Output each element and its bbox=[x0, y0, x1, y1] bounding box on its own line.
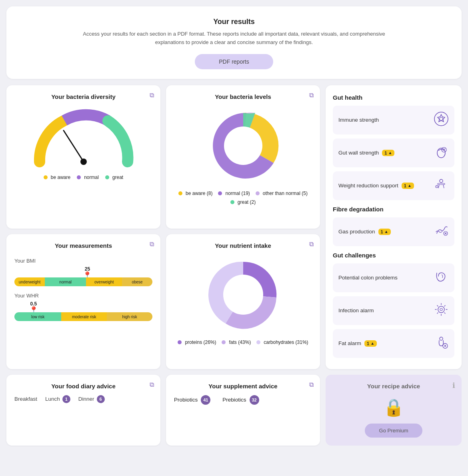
colon-problems-label: Potential colon problems bbox=[338, 275, 398, 281]
gut-wall-badge: 1 ▲ bbox=[382, 150, 394, 156]
prebiotics-label: Prebiotics bbox=[222, 397, 246, 403]
prebiotics-tab[interactable]: Prebiotics 32 bbox=[222, 395, 259, 405]
food-diary-card: Your food diary advice ⧉ Breakfast Lunch… bbox=[6, 375, 160, 446]
svg-line-0 bbox=[64, 131, 84, 162]
top-banner: Your results Access your results for eac… bbox=[6, 6, 462, 79]
bmi-label: Your BMI bbox=[14, 258, 152, 264]
gut-health-title: Gut health bbox=[333, 94, 454, 101]
svg-point-9 bbox=[436, 185, 438, 188]
weight-reduction-item[interactable]: Weight reduction support 1 ▲ bbox=[333, 171, 454, 200]
fat-alarm-icon bbox=[434, 335, 449, 352]
gauge-legend-normal: normal bbox=[84, 175, 99, 180]
bmi-overweight: overweight bbox=[86, 277, 122, 286]
nutrient-intake-card: Your nutrient intake ⧉ proteins (26%) fa… bbox=[166, 234, 320, 369]
immune-strength-icon bbox=[434, 111, 449, 129]
fibre-degradation-title: Fibre degradation bbox=[333, 206, 454, 213]
prebiotics-badge: 32 bbox=[250, 395, 259, 405]
whr-low-risk: low risk bbox=[14, 312, 61, 321]
dinner-badge: 6 bbox=[97, 395, 105, 403]
infection-alarm-item[interactable]: Infection alarm bbox=[333, 296, 454, 325]
whr-bar: low risk moderate risk high risk bbox=[14, 312, 152, 321]
fat-alarm-badge: 1 ▲ bbox=[364, 340, 377, 347]
supplement-title: Your supplement advice bbox=[174, 383, 312, 390]
weight-reduction-icon bbox=[434, 177, 449, 195]
immune-strength-item[interactable]: Immune strength bbox=[333, 106, 454, 135]
svg-point-1 bbox=[80, 159, 87, 165]
gauge-legend: be aware normal great bbox=[44, 175, 123, 180]
bacteria-donut-chart: be aware (8) normal (19) other than norm… bbox=[174, 106, 312, 205]
expand-supplement-icon[interactable]: ⧉ bbox=[309, 381, 314, 388]
measurements-title: Your measurements bbox=[14, 242, 152, 249]
expand-food-diary-icon[interactable]: ⧉ bbox=[150, 381, 154, 388]
expand-measurements-icon[interactable]: ⧉ bbox=[150, 241, 154, 248]
measurements-card: Your measurements ⧉ Your BMI 25 📍 underw… bbox=[6, 234, 160, 369]
svg-point-23 bbox=[223, 275, 263, 315]
supplement-card: Your supplement advice ⧉ Probiotics 41 P… bbox=[166, 375, 320, 446]
bacteria-diversity-title: Your bacteria diversity bbox=[14, 93, 152, 100]
gauge-chart: be aware normal great bbox=[14, 106, 152, 184]
colon-icon bbox=[434, 269, 449, 287]
fat-alarm-label: Fat alarm bbox=[338, 340, 361, 346]
svg-point-7 bbox=[440, 179, 443, 183]
gut-wall-strength-label: Gut wall strength bbox=[338, 150, 379, 156]
supplement-tabs: Probiotics 41 Prebiotics 32 bbox=[174, 395, 312, 405]
bacteria-levels-title: Your bacteria levels bbox=[174, 93, 312, 100]
svg-point-20 bbox=[440, 308, 442, 311]
results-description: Access your results for each section in … bbox=[78, 30, 390, 47]
gut-wall-strength-item[interactable]: Gut wall strength 1 ▲ bbox=[333, 139, 454, 167]
svg-point-4 bbox=[440, 117, 443, 121]
breakfast-tab[interactable]: Breakfast bbox=[14, 395, 37, 403]
gut-challenges-title: Gut challenges bbox=[333, 252, 454, 259]
gut-health-sidebar: Gut health Immune strength Gut wall s bbox=[326, 85, 462, 369]
svg-line-19 bbox=[437, 313, 438, 313]
svg-rect-8 bbox=[438, 183, 445, 185]
go-premium-button[interactable]: Go Premium bbox=[365, 424, 423, 438]
gas-production-item[interactable]: Gas production 1 ▲ bbox=[333, 217, 454, 246]
svg-line-17 bbox=[444, 313, 445, 313]
bacteria-diversity-card: Your bacteria diversity ⧉ be aware norma… bbox=[6, 85, 160, 229]
gas-production-label: Gas production bbox=[338, 229, 375, 235]
bmi-obese: obese bbox=[122, 277, 152, 286]
svg-line-16 bbox=[437, 305, 438, 306]
pdf-reports-button[interactable]: PDF reports bbox=[195, 54, 273, 69]
whr-value: 0.5 bbox=[30, 301, 37, 307]
bacteria-levels-card: Your bacteria levels ⧉ be awa bbox=[166, 85, 320, 229]
dinner-label: Dinner bbox=[78, 396, 94, 402]
lunch-label: Lunch bbox=[45, 396, 60, 402]
expand-nutrient-icon[interactable]: ⧉ bbox=[309, 241, 314, 248]
infection-alarm-label: Infection alarm bbox=[338, 307, 374, 313]
gas-production-badge: 1 ▲ bbox=[378, 229, 391, 235]
gut-wall-icon bbox=[434, 144, 449, 162]
svg-point-2 bbox=[224, 127, 262, 165]
fat-alarm-item[interactable]: Fat alarm 1 ▲ bbox=[333, 329, 454, 358]
expand-levels-icon[interactable]: ⧉ bbox=[309, 92, 314, 99]
expand-diversity-icon[interactable]: ⧉ bbox=[150, 92, 154, 99]
lunch-tab[interactable]: Lunch 1 bbox=[45, 395, 70, 403]
colon-problems-item[interactable]: Potential colon problems bbox=[333, 263, 454, 292]
bmi-value: 25 bbox=[85, 266, 90, 272]
food-diary-title: Your food diary advice bbox=[14, 383, 152, 390]
gas-production-icon bbox=[434, 223, 449, 241]
nutrient-legend: proteins (26%) fats (43%) carbohydrates … bbox=[178, 339, 308, 345]
weight-reduction-label: Weight reduction support bbox=[338, 183, 398, 189]
gauge-legend-great: great bbox=[112, 175, 123, 180]
svg-point-11 bbox=[438, 306, 444, 313]
bmi-underweight: underweight bbox=[14, 277, 45, 286]
nutrient-intake-title: Your nutrient intake bbox=[174, 242, 312, 249]
bmi-bar: underweight normal overweight obese bbox=[14, 277, 152, 286]
probiotics-badge: 41 bbox=[201, 395, 210, 405]
breakfast-label: Breakfast bbox=[14, 396, 37, 402]
dinner-tab[interactable]: Dinner 6 bbox=[78, 395, 105, 403]
probiotics-label: Probiotics bbox=[174, 397, 198, 403]
info-icon[interactable]: ℹ bbox=[452, 381, 455, 390]
nutrient-donut-chart: proteins (26%) fats (43%) carbohydrates … bbox=[174, 255, 312, 345]
results-title: Your results bbox=[22, 18, 446, 26]
probiotics-tab[interactable]: Probiotics 41 bbox=[174, 395, 210, 405]
recipe-title: Your recipe advice bbox=[367, 383, 420, 390]
lock-icon: 🔒 bbox=[383, 398, 404, 417]
immune-strength-label: Immune strength bbox=[338, 117, 379, 123]
weight-reduction-badge: 1 ▲ bbox=[402, 183, 414, 189]
bmi-normal: normal bbox=[45, 277, 86, 286]
infection-icon bbox=[434, 302, 449, 319]
whr-moderate-risk: moderate risk bbox=[61, 312, 107, 321]
